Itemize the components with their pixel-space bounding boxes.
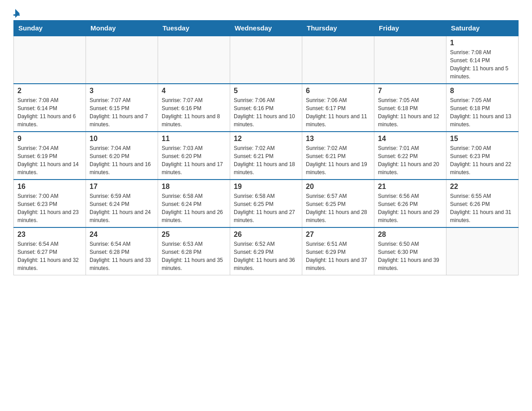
day-number: 10 xyxy=(90,135,154,143)
week-row-2: 2Sunrise: 7:08 AMSunset: 6:14 PMDaylight… xyxy=(14,84,519,132)
calendar-cell: 1Sunrise: 7:08 AMSunset: 6:14 PMDaylight… xyxy=(446,36,519,84)
calendar-cell: 15Sunrise: 7:00 AMSunset: 6:23 PMDayligh… xyxy=(446,132,519,180)
weekday-header-friday: Friday xyxy=(374,21,446,36)
day-number: 5 xyxy=(234,87,298,95)
day-number: 25 xyxy=(162,231,226,239)
day-info: Sunrise: 7:07 AMSunset: 6:15 PMDaylight:… xyxy=(90,96,154,128)
day-info: Sunrise: 6:51 AMSunset: 6:29 PMDaylight:… xyxy=(306,240,370,272)
weekday-header-monday: Monday xyxy=(86,21,158,36)
week-row-3: 9Sunrise: 7:04 AMSunset: 6:19 PMDaylight… xyxy=(14,132,519,180)
day-number: 16 xyxy=(17,183,82,191)
calendar-cell: 27Sunrise: 6:51 AMSunset: 6:29 PMDayligh… xyxy=(302,227,374,275)
day-number: 2 xyxy=(17,87,82,95)
day-info: Sunrise: 7:03 AMSunset: 6:20 PMDaylight:… xyxy=(162,144,226,176)
logo-underline xyxy=(13,14,20,16)
day-number: 11 xyxy=(162,135,226,143)
day-number: 4 xyxy=(162,87,226,95)
day-number: 28 xyxy=(378,231,442,239)
calendar-cell: 22Sunrise: 6:55 AMSunset: 6:26 PMDayligh… xyxy=(446,180,519,227)
day-number: 13 xyxy=(306,135,370,143)
day-info: Sunrise: 6:59 AMSunset: 6:24 PMDaylight:… xyxy=(90,192,154,224)
weekday-header-tuesday: Tuesday xyxy=(158,21,230,36)
day-info: Sunrise: 7:04 AMSunset: 6:20 PMDaylight:… xyxy=(90,144,154,176)
calendar-cell: 19Sunrise: 6:58 AMSunset: 6:25 PMDayligh… xyxy=(230,180,302,227)
calendar-cell: 21Sunrise: 6:56 AMSunset: 6:26 PMDayligh… xyxy=(374,180,446,227)
day-info: Sunrise: 6:50 AMSunset: 6:30 PMDaylight:… xyxy=(378,240,442,272)
week-row-5: 23Sunrise: 6:54 AMSunset: 6:27 PMDayligh… xyxy=(14,227,519,275)
day-info: Sunrise: 6:58 AMSunset: 6:24 PMDaylight:… xyxy=(162,192,226,224)
page-header xyxy=(13,9,519,16)
day-number: 9 xyxy=(17,135,82,143)
calendar-cell: 7Sunrise: 7:05 AMSunset: 6:18 PMDaylight… xyxy=(374,84,446,132)
day-number: 24 xyxy=(90,231,154,239)
logo xyxy=(13,9,20,16)
day-info: Sunrise: 7:08 AMSunset: 6:14 PMDaylight:… xyxy=(17,96,82,128)
weekday-header-wednesday: Wednesday xyxy=(230,21,302,36)
calendar-cell: 2Sunrise: 7:08 AMSunset: 6:14 PMDaylight… xyxy=(14,84,86,132)
day-number: 12 xyxy=(234,135,298,143)
calendar-cell xyxy=(158,36,230,84)
calendar-cell: 20Sunrise: 6:57 AMSunset: 6:25 PMDayligh… xyxy=(302,180,374,227)
day-number: 26 xyxy=(234,231,298,239)
calendar-table: SundayMondayTuesdayWednesdayThursdayFrid… xyxy=(13,20,519,275)
week-row-4: 16Sunrise: 7:00 AMSunset: 6:23 PMDayligh… xyxy=(14,180,519,227)
calendar-cell xyxy=(230,36,302,84)
weekday-header-thursday: Thursday xyxy=(302,21,374,36)
calendar-cell xyxy=(14,36,86,84)
calendar-cell xyxy=(374,36,446,84)
calendar-cell: 24Sunrise: 6:54 AMSunset: 6:28 PMDayligh… xyxy=(86,227,158,275)
day-number: 23 xyxy=(17,231,82,239)
day-number: 27 xyxy=(306,231,370,239)
day-info: Sunrise: 6:54 AMSunset: 6:27 PMDaylight:… xyxy=(17,240,82,272)
weekday-header-row: SundayMondayTuesdayWednesdayThursdayFrid… xyxy=(14,21,519,36)
day-number: 1 xyxy=(450,39,515,47)
day-info: Sunrise: 6:58 AMSunset: 6:25 PMDaylight:… xyxy=(234,192,298,224)
calendar-cell: 14Sunrise: 7:01 AMSunset: 6:22 PMDayligh… xyxy=(374,132,446,180)
day-number: 8 xyxy=(450,87,515,95)
calendar-cell xyxy=(446,227,519,275)
day-info: Sunrise: 6:55 AMSunset: 6:26 PMDaylight:… xyxy=(450,192,515,224)
logo-arrow-icon xyxy=(15,9,20,18)
week-row-1: 1Sunrise: 7:08 AMSunset: 6:14 PMDaylight… xyxy=(14,36,519,84)
calendar-cell: 11Sunrise: 7:03 AMSunset: 6:20 PMDayligh… xyxy=(158,132,230,180)
day-info: Sunrise: 6:53 AMSunset: 6:28 PMDaylight:… xyxy=(162,240,226,272)
day-info: Sunrise: 7:00 AMSunset: 6:23 PMDaylight:… xyxy=(17,192,82,224)
day-info: Sunrise: 7:02 AMSunset: 6:21 PMDaylight:… xyxy=(306,144,370,176)
calendar-cell: 4Sunrise: 7:07 AMSunset: 6:16 PMDaylight… xyxy=(158,84,230,132)
calendar-cell: 17Sunrise: 6:59 AMSunset: 6:24 PMDayligh… xyxy=(86,180,158,227)
calendar-cell: 13Sunrise: 7:02 AMSunset: 6:21 PMDayligh… xyxy=(302,132,374,180)
day-number: 15 xyxy=(450,135,515,143)
calendar-cell: 9Sunrise: 7:04 AMSunset: 6:19 PMDaylight… xyxy=(14,132,86,180)
calendar-cell xyxy=(86,36,158,84)
day-info: Sunrise: 7:00 AMSunset: 6:23 PMDaylight:… xyxy=(450,144,515,176)
day-info: Sunrise: 7:08 AMSunset: 6:14 PMDaylight:… xyxy=(450,48,515,81)
weekday-header-saturday: Saturday xyxy=(446,21,519,36)
day-number: 21 xyxy=(378,183,442,191)
day-info: Sunrise: 7:06 AMSunset: 6:16 PMDaylight:… xyxy=(234,96,298,128)
day-info: Sunrise: 6:52 AMSunset: 6:29 PMDaylight:… xyxy=(234,240,298,272)
day-number: 20 xyxy=(306,183,370,191)
calendar-cell: 25Sunrise: 6:53 AMSunset: 6:28 PMDayligh… xyxy=(158,227,230,275)
calendar-cell: 10Sunrise: 7:04 AMSunset: 6:20 PMDayligh… xyxy=(86,132,158,180)
day-number: 17 xyxy=(90,183,154,191)
weekday-header-sunday: Sunday xyxy=(14,21,86,36)
day-number: 6 xyxy=(306,87,370,95)
day-info: Sunrise: 7:02 AMSunset: 6:21 PMDaylight:… xyxy=(234,144,298,176)
calendar-cell: 18Sunrise: 6:58 AMSunset: 6:24 PMDayligh… xyxy=(158,180,230,227)
calendar-cell: 12Sunrise: 7:02 AMSunset: 6:21 PMDayligh… xyxy=(230,132,302,180)
calendar-cell: 26Sunrise: 6:52 AMSunset: 6:29 PMDayligh… xyxy=(230,227,302,275)
calendar-cell: 6Sunrise: 7:06 AMSunset: 6:17 PMDaylight… xyxy=(302,84,374,132)
day-info: Sunrise: 6:56 AMSunset: 6:26 PMDaylight:… xyxy=(378,192,442,224)
calendar-cell: 8Sunrise: 7:05 AMSunset: 6:18 PMDaylight… xyxy=(446,84,519,132)
day-number: 3 xyxy=(90,87,154,95)
day-number: 19 xyxy=(234,183,298,191)
day-info: Sunrise: 7:05 AMSunset: 6:18 PMDaylight:… xyxy=(378,96,442,128)
calendar-cell xyxy=(302,36,374,84)
day-number: 22 xyxy=(450,183,515,191)
calendar-cell: 16Sunrise: 7:00 AMSunset: 6:23 PMDayligh… xyxy=(14,180,86,227)
day-info: Sunrise: 7:04 AMSunset: 6:19 PMDaylight:… xyxy=(17,144,82,176)
calendar-cell: 3Sunrise: 7:07 AMSunset: 6:15 PMDaylight… xyxy=(86,84,158,132)
calendar-cell: 23Sunrise: 6:54 AMSunset: 6:27 PMDayligh… xyxy=(14,227,86,275)
day-info: Sunrise: 7:01 AMSunset: 6:22 PMDaylight:… xyxy=(378,144,442,176)
day-info: Sunrise: 7:07 AMSunset: 6:16 PMDaylight:… xyxy=(162,96,226,128)
